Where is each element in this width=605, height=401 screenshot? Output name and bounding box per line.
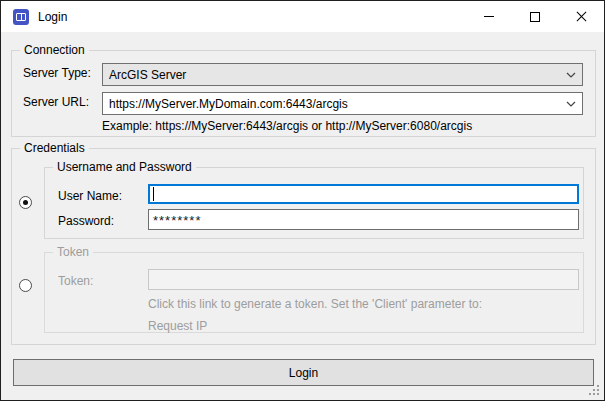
credentials-group: Credentials Username and Password User N… xyxy=(11,148,596,345)
server-type-value: ArcGIS Server xyxy=(103,68,560,82)
password-input[interactable] xyxy=(148,209,579,230)
close-button[interactable] xyxy=(558,1,604,32)
server-url-label: Server URL: xyxy=(23,95,89,109)
token-radio[interactable] xyxy=(19,279,32,292)
maximize-button[interactable] xyxy=(512,1,558,32)
resize-grip-icon[interactable] xyxy=(589,385,600,396)
minimize-button[interactable] xyxy=(466,1,512,32)
connection-group-label: Connection xyxy=(20,43,89,58)
chevron-down-icon[interactable] xyxy=(560,101,582,107)
login-button[interactable]: Login xyxy=(13,359,594,386)
username-input[interactable] xyxy=(148,184,579,204)
token-client-value: Request IP xyxy=(148,319,207,333)
token-group: Token Token: Click this link to generate… xyxy=(44,252,584,333)
app-icon-divider xyxy=(21,13,22,21)
server-url-combobox[interactable] xyxy=(102,92,583,115)
maximize-icon xyxy=(530,12,540,22)
connection-group: Connection Server Type: ArcGIS Server Se… xyxy=(11,50,596,137)
username-password-group-label: Username and Password xyxy=(53,160,196,175)
server-url-input[interactable] xyxy=(103,97,560,111)
password-label: Password: xyxy=(58,214,114,228)
token-help-text: Click this link to generate a token. Set… xyxy=(148,297,482,311)
chevron-down-icon xyxy=(560,72,582,78)
close-icon xyxy=(576,12,586,22)
login-dialog: Login Connection Server Type: ArcGIS Ser… xyxy=(0,0,605,401)
server-type-label: Server Type: xyxy=(23,66,91,80)
resize-grip-dots xyxy=(589,393,591,395)
token-group-label: Token xyxy=(53,245,93,260)
username-password-group: Username and Password User Name: Passwor… xyxy=(44,167,584,239)
credentials-group-label: Credentials xyxy=(20,141,89,156)
minimize-icon xyxy=(484,16,494,17)
server-url-example-text: Example: https://MyServer:6443/arcgis or… xyxy=(102,119,472,133)
token-label: Token: xyxy=(58,274,93,288)
window-title: Login xyxy=(38,10,67,24)
username-label: User Name: xyxy=(58,189,122,203)
text-caret xyxy=(153,187,154,201)
server-type-dropdown[interactable]: ArcGIS Server xyxy=(102,63,583,86)
titlebar[interactable]: Login xyxy=(1,1,604,32)
app-icon xyxy=(13,9,29,25)
username-password-radio[interactable] xyxy=(19,196,32,209)
token-input xyxy=(148,269,579,290)
